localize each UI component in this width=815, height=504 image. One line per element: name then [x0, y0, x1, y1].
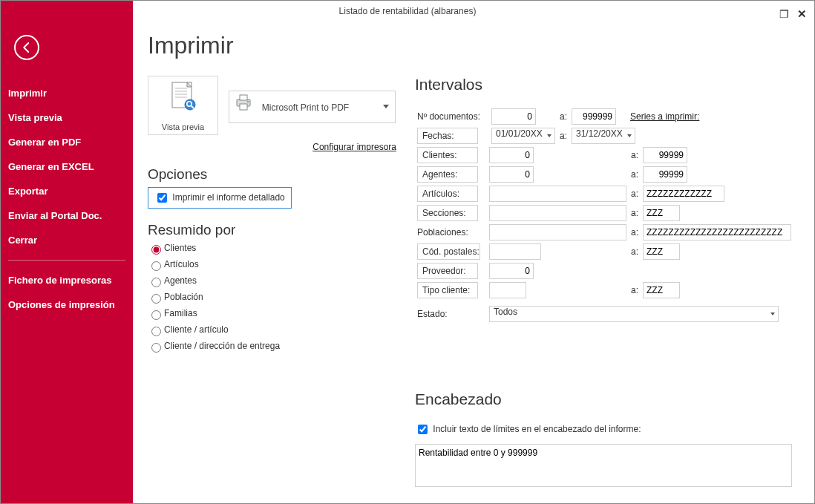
secciones-to-input[interactable] — [643, 205, 680, 221]
cp-button[interactable]: Cód. postales: — [417, 243, 480, 260]
a-label: a: — [629, 281, 641, 300]
back-button[interactable] — [14, 35, 39, 60]
resumido-radio-4[interactable]: Familias — [148, 308, 415, 320]
sidebar-item-enviar-portal[interactable]: Enviar al Portal Doc. — [1, 203, 133, 228]
a-label: a: — [629, 145, 641, 165]
clientes-to-input[interactable] — [643, 147, 687, 163]
include-limits-checkbox[interactable]: Incluir texto de límites en el encabezad… — [415, 424, 641, 434]
resumido-radio-0[interactable]: Clientes — [148, 243, 415, 255]
ndocs-to-input[interactable] — [572, 108, 616, 125]
sidebar: Imprimir Vista previa Generar en PDF Gen… — [1, 1, 133, 503]
estado-label: Estado: — [415, 300, 487, 324]
resumido-radio-input[interactable] — [151, 245, 161, 255]
detailed-report-input[interactable] — [157, 193, 167, 203]
sidebar-item-exportar[interactable]: Exportar — [1, 179, 133, 203]
vista-previa-button[interactable]: Vista previa — [148, 76, 218, 135]
resumido-radio-label: Cliente / artículo — [164, 324, 229, 335]
opciones-heading: Opciones — [148, 166, 415, 183]
secciones-button[interactable]: Secciones: — [417, 205, 478, 221]
agentes-from-input[interactable] — [489, 166, 534, 183]
proveedor-input[interactable] — [489, 263, 534, 279]
agentes-to-input[interactable] — [643, 166, 687, 183]
series-link[interactable]: Series a imprimir: — [630, 111, 699, 122]
ndocs-from-input[interactable] — [491, 108, 536, 125]
resumido-radio-label: Familias — [164, 308, 197, 318]
right-column: Intervalos Nº documentos: a: Series a im… — [415, 76, 793, 490]
intervalos-grid: Nº documentos: a: Series a imprimir: Fec… — [415, 107, 701, 145]
detailed-report-checkbox[interactable]: Imprimir el informe detallado — [148, 187, 292, 209]
resumido-radio-input[interactable] — [151, 261, 161, 271]
resumido-radio-5[interactable]: Cliente / artículo — [148, 324, 415, 336]
cp-to-input[interactable] — [643, 243, 680, 260]
left-column: Vista previa Microsoft Print to PDF Conf… — [148, 76, 415, 357]
chevron-down-icon — [547, 134, 551, 137]
a-label: a: — [629, 223, 641, 242]
estado-dropdown[interactable]: Todos — [489, 306, 779, 322]
resumido-heading: Resumido por — [148, 222, 415, 238]
sidebar-item-cerrar[interactable]: Cerrar — [1, 228, 133, 252]
configure-printer-link[interactable]: Configurar impresora — [312, 142, 396, 152]
cp-from-input[interactable] — [489, 243, 541, 260]
chevron-down-icon — [383, 105, 389, 108]
detailed-report-label: Imprimir el informe detallado — [172, 192, 284, 203]
fechas-from-dropdown[interactable]: 01/01/20XX — [491, 128, 555, 144]
printer-name: Microsoft Print to PDF — [262, 102, 349, 113]
include-limits-input[interactable] — [418, 425, 428, 434]
document-preview-icon — [168, 81, 199, 115]
resumido-radio-label: Agentes — [164, 275, 197, 286]
resumido-radio-input[interactable] — [151, 294, 161, 304]
tipocli-button[interactable]: Tipo cliente: — [417, 282, 478, 298]
a-label: a: — [629, 184, 641, 203]
resumido-radios: ClientesArtículosAgentesPoblaciónFamilia… — [148, 243, 415, 353]
a-label: a: — [629, 203, 641, 223]
resumido-radio-input[interactable] — [151, 310, 161, 320]
poblaciones-to-input[interactable] — [643, 224, 791, 240]
svg-rect-10 — [240, 104, 247, 110]
sidebar-divider — [8, 260, 125, 261]
intervalos-heading: Intervalos — [415, 76, 793, 94]
poblaciones-from-input[interactable] — [489, 224, 626, 240]
chevron-down-icon — [770, 312, 775, 315]
clientes-from-input[interactable] — [489, 147, 534, 163]
tipocli-from-input[interactable] — [489, 282, 526, 298]
resumido-radio-input[interactable] — [151, 278, 161, 287]
poblaciones-label: Poblaciones: — [415, 223, 487, 242]
ndocs-label: Nº documentos: — [415, 107, 489, 126]
resumido-radio-input[interactable] — [151, 343, 161, 353]
sidebar-item-generar-pdf[interactable]: Generar en PDF — [1, 130, 133, 154]
page-title: Imprimir — [148, 32, 799, 59]
sidebar-item-fichero-impresoras[interactable]: Fichero de impresoras — [1, 268, 133, 292]
articulos-button[interactable]: Artículos: — [417, 186, 478, 202]
chevron-down-icon — [627, 134, 632, 137]
resumido-radio-2[interactable]: Agentes — [148, 275, 415, 287]
a-label: a: — [629, 242, 641, 261]
resumido-radio-3[interactable]: Población — [148, 292, 415, 304]
printer-icon — [234, 92, 253, 125]
resumido-radio-6[interactable]: Cliente / dirección de entrega — [148, 341, 415, 353]
fechas-button[interactable]: Fechas: — [417, 128, 478, 144]
main-panel: Imprimir Vista previa Microsoft Print to… — [133, 22, 814, 503]
sidebar-item-imprimir[interactable]: Imprimir — [1, 81, 133, 105]
sidebar-item-generar-excel[interactable]: Generar en EXCEL — [1, 154, 133, 179]
arrow-left-icon — [20, 41, 33, 54]
resumido-radio-1[interactable]: Artículos — [148, 259, 415, 271]
secciones-from-input[interactable] — [489, 205, 626, 221]
clientes-button[interactable]: Clientes: — [417, 147, 478, 163]
resumido-radio-input[interactable] — [151, 327, 161, 336]
printer-select[interactable]: Microsoft Print to PDF — [229, 91, 396, 123]
vista-previa-label: Vista previa — [148, 122, 217, 131]
proveedor-button[interactable]: Proveedor: — [417, 263, 478, 279]
sidebar-item-opciones-impresion[interactable]: Opciones de impresión — [1, 292, 133, 317]
tipocli-to-input[interactable] — [643, 282, 680, 298]
window-title: Listado de rentabilidad (albaranes) — [339, 6, 477, 16]
articulos-to-input[interactable] — [643, 186, 724, 202]
encabezado-heading: Encabezado — [415, 390, 793, 408]
articulos-from-input[interactable] — [489, 186, 626, 202]
fechas-to-dropdown[interactable]: 31/12/20XX — [572, 128, 635, 144]
agentes-button[interactable]: Agentes: — [417, 166, 478, 183]
a-label: a: — [557, 126, 569, 145]
a-label: a: — [629, 165, 641, 184]
include-limits-label: Incluir texto de límites en el encabezad… — [433, 424, 641, 434]
sidebar-item-vista-previa[interactable]: Vista previa — [1, 105, 133, 130]
header-text-input[interactable] — [415, 444, 792, 487]
